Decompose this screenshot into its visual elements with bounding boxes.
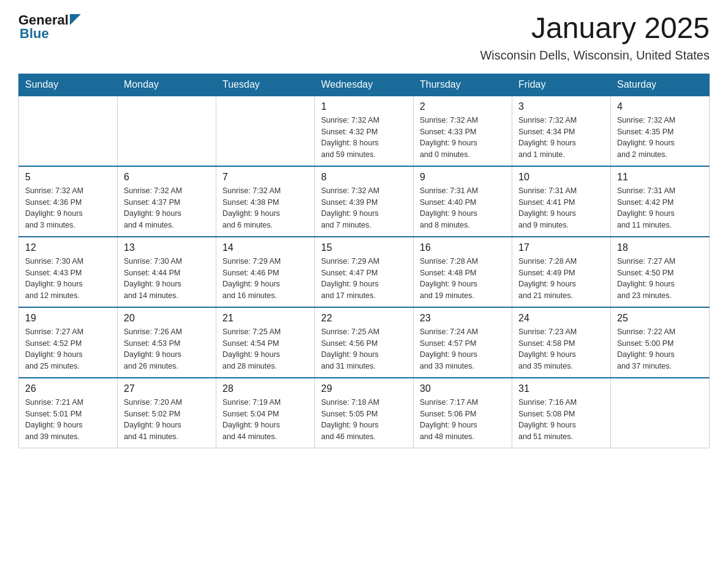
calendar-cell: 18Sunrise: 7:27 AMSunset: 4:50 PMDayligh… <box>611 237 710 307</box>
day-info: Sunrise: 7:32 AMSunset: 4:38 PMDaylight:… <box>222 185 308 231</box>
calendar-cell: 25Sunrise: 7:22 AMSunset: 5:00 PMDayligh… <box>611 307 710 378</box>
day-number: 3 <box>518 101 604 112</box>
calendar-cell: 19Sunrise: 7:27 AMSunset: 4:52 PMDayligh… <box>19 307 118 378</box>
day-info: Sunrise: 7:26 AMSunset: 4:53 PMDaylight:… <box>124 326 210 372</box>
day-info: Sunrise: 7:19 AMSunset: 5:04 PMDaylight:… <box>222 397 308 443</box>
calendar-cell: 8Sunrise: 7:32 AMSunset: 4:39 PMDaylight… <box>315 166 414 237</box>
day-number: 10 <box>518 172 604 183</box>
week-row-4: 19Sunrise: 7:27 AMSunset: 4:52 PMDayligh… <box>19 307 710 378</box>
calendar-cell <box>19 96 118 166</box>
day-info: Sunrise: 7:25 AMSunset: 4:54 PMDaylight:… <box>222 326 308 372</box>
day-info: Sunrise: 7:28 AMSunset: 4:48 PMDaylight:… <box>420 256 506 302</box>
day-number: 28 <box>222 383 308 394</box>
calendar-cell: 22Sunrise: 7:25 AMSunset: 4:56 PMDayligh… <box>315 307 414 378</box>
calendar-header-row: SundayMondayTuesdayWednesdayThursdayFrid… <box>19 74 710 96</box>
calendar-cell: 6Sunrise: 7:32 AMSunset: 4:37 PMDaylight… <box>118 166 216 237</box>
calendar-cell: 1Sunrise: 7:32 AMSunset: 4:32 PMDaylight… <box>315 96 414 166</box>
day-number: 21 <box>222 313 308 324</box>
calendar-cell: 28Sunrise: 7:19 AMSunset: 5:04 PMDayligh… <box>216 378 315 448</box>
day-number: 19 <box>25 313 111 324</box>
day-number: 29 <box>321 383 407 394</box>
calendar-header-monday: Monday <box>118 74 216 96</box>
day-info: Sunrise: 7:28 AMSunset: 4:49 PMDaylight:… <box>518 256 604 302</box>
day-info: Sunrise: 7:20 AMSunset: 5:02 PMDaylight:… <box>124 397 210 443</box>
day-info: Sunrise: 7:27 AMSunset: 4:50 PMDaylight:… <box>617 256 703 302</box>
calendar-cell <box>611 378 710 448</box>
day-number: 11 <box>617 172 703 183</box>
calendar-cell: 23Sunrise: 7:24 AMSunset: 4:57 PMDayligh… <box>414 307 512 378</box>
day-info: Sunrise: 7:29 AMSunset: 4:47 PMDaylight:… <box>321 256 407 302</box>
day-info: Sunrise: 7:32 AMSunset: 4:32 PMDaylight:… <box>321 115 407 161</box>
calendar-cell: 30Sunrise: 7:17 AMSunset: 5:06 PMDayligh… <box>414 378 512 448</box>
calendar-cell: 29Sunrise: 7:18 AMSunset: 5:05 PMDayligh… <box>315 378 414 448</box>
calendar-header-saturday: Saturday <box>611 74 710 96</box>
day-info: Sunrise: 7:32 AMSunset: 4:33 PMDaylight:… <box>420 115 506 161</box>
calendar-header-wednesday: Wednesday <box>315 74 414 96</box>
logo: General Blue <box>18 12 81 42</box>
calendar-cell: 4Sunrise: 7:32 AMSunset: 4:35 PMDaylight… <box>611 96 710 166</box>
day-number: 15 <box>321 242 407 253</box>
day-number: 22 <box>321 313 407 324</box>
day-info: Sunrise: 7:30 AMSunset: 4:43 PMDaylight:… <box>25 256 111 302</box>
day-number: 5 <box>25 172 111 183</box>
day-info: Sunrise: 7:16 AMSunset: 5:08 PMDaylight:… <box>518 397 604 443</box>
day-info: Sunrise: 7:25 AMSunset: 4:56 PMDaylight:… <box>321 326 407 372</box>
week-row-2: 5Sunrise: 7:32 AMSunset: 4:36 PMDaylight… <box>19 166 710 237</box>
day-number: 7 <box>222 172 308 183</box>
calendar-cell: 15Sunrise: 7:29 AMSunset: 4:47 PMDayligh… <box>315 237 414 307</box>
calendar-cell: 11Sunrise: 7:31 AMSunset: 4:42 PMDayligh… <box>611 166 710 237</box>
day-number: 13 <box>124 242 210 253</box>
calendar-cell: 14Sunrise: 7:29 AMSunset: 4:46 PMDayligh… <box>216 237 315 307</box>
day-number: 6 <box>124 172 210 183</box>
calendar-cell <box>216 96 315 166</box>
day-number: 2 <box>420 101 506 112</box>
day-info: Sunrise: 7:17 AMSunset: 5:06 PMDaylight:… <box>420 397 506 443</box>
calendar-table: SundayMondayTuesdayWednesdayThursdayFrid… <box>18 74 710 448</box>
day-info: Sunrise: 7:21 AMSunset: 5:01 PMDaylight:… <box>25 397 111 443</box>
calendar-subtitle: Wisconsin Dells, Wisconsin, United State… <box>480 48 710 63</box>
calendar-header-sunday: Sunday <box>19 74 118 96</box>
day-info: Sunrise: 7:30 AMSunset: 4:44 PMDaylight:… <box>124 256 210 302</box>
week-row-5: 26Sunrise: 7:21 AMSunset: 5:01 PMDayligh… <box>19 378 710 448</box>
day-info: Sunrise: 7:31 AMSunset: 4:40 PMDaylight:… <box>420 185 506 231</box>
day-number: 20 <box>124 313 210 324</box>
calendar-cell: 31Sunrise: 7:16 AMSunset: 5:08 PMDayligh… <box>512 378 611 448</box>
calendar-cell: 20Sunrise: 7:26 AMSunset: 4:53 PMDayligh… <box>118 307 216 378</box>
calendar-cell: 16Sunrise: 7:28 AMSunset: 4:48 PMDayligh… <box>414 237 512 307</box>
day-number: 31 <box>518 383 604 394</box>
calendar-header-tuesday: Tuesday <box>216 74 315 96</box>
calendar-cell: 9Sunrise: 7:31 AMSunset: 4:40 PMDaylight… <box>414 166 512 237</box>
week-row-1: 1Sunrise: 7:32 AMSunset: 4:32 PMDaylight… <box>19 96 710 166</box>
day-number: 24 <box>518 313 604 324</box>
calendar-header-friday: Friday <box>512 74 611 96</box>
day-info: Sunrise: 7:27 AMSunset: 4:52 PMDaylight:… <box>25 326 111 372</box>
logo-blue-text: Blue <box>20 26 49 42</box>
day-info: Sunrise: 7:32 AMSunset: 4:35 PMDaylight:… <box>617 115 703 161</box>
day-info: Sunrise: 7:24 AMSunset: 4:57 PMDaylight:… <box>420 326 506 372</box>
day-number: 1 <box>321 101 407 112</box>
calendar-cell: 5Sunrise: 7:32 AMSunset: 4:36 PMDaylight… <box>19 166 118 237</box>
calendar-cell: 3Sunrise: 7:32 AMSunset: 4:34 PMDaylight… <box>512 96 611 166</box>
calendar-cell: 7Sunrise: 7:32 AMSunset: 4:38 PMDaylight… <box>216 166 315 237</box>
calendar-cell: 12Sunrise: 7:30 AMSunset: 4:43 PMDayligh… <box>19 237 118 307</box>
day-info: Sunrise: 7:18 AMSunset: 5:05 PMDaylight:… <box>321 397 407 443</box>
day-info: Sunrise: 7:32 AMSunset: 4:34 PMDaylight:… <box>518 115 604 161</box>
calendar-cell: 26Sunrise: 7:21 AMSunset: 5:01 PMDayligh… <box>19 378 118 448</box>
day-number: 27 <box>124 383 210 394</box>
day-number: 17 <box>518 242 604 253</box>
day-number: 23 <box>420 313 506 324</box>
calendar-cell: 10Sunrise: 7:31 AMSunset: 4:41 PMDayligh… <box>512 166 611 237</box>
day-info: Sunrise: 7:32 AMSunset: 4:36 PMDaylight:… <box>25 185 111 231</box>
day-number: 16 <box>420 242 506 253</box>
day-info: Sunrise: 7:23 AMSunset: 4:58 PMDaylight:… <box>518 326 604 372</box>
day-number: 4 <box>617 101 703 112</box>
calendar-title: January 2025 <box>480 12 710 45</box>
day-number: 9 <box>420 172 506 183</box>
calendar-header-thursday: Thursday <box>414 74 512 96</box>
logo-arrow-icon <box>70 14 81 25</box>
day-number: 25 <box>617 313 703 324</box>
day-number: 8 <box>321 172 407 183</box>
day-info: Sunrise: 7:32 AMSunset: 4:37 PMDaylight:… <box>124 185 210 231</box>
calendar-cell <box>118 96 216 166</box>
svg-marker-0 <box>70 14 81 25</box>
